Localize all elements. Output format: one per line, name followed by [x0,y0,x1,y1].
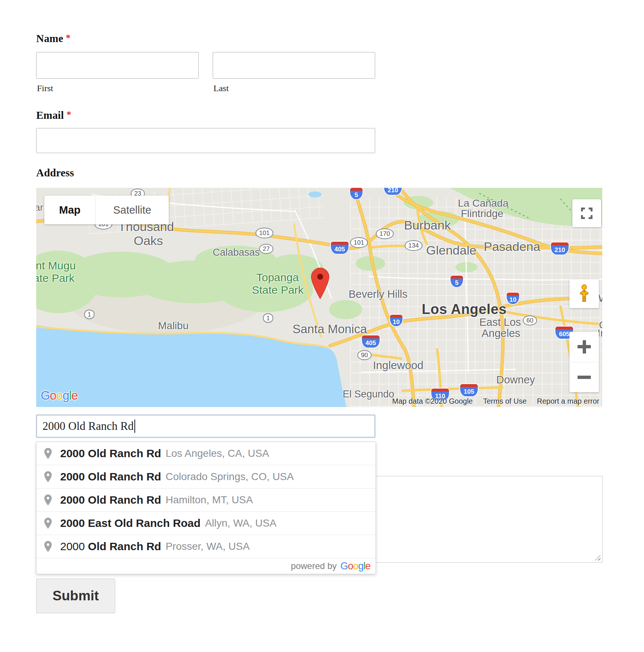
tab-satellite[interactable]: Satellite [96,196,169,224]
map-label-calabasas: Calabasas [213,248,260,258]
google-logo-small: Google [340,560,370,572]
place-pin-icon [43,471,53,483]
powered-by-google: powered by Google [37,558,376,574]
last-name-input[interactable] [213,52,375,79]
suggestion-item[interactable]: 2000 Old Ranch Rd Colorado Springs, CO, … [37,465,376,488]
report-map-error-link[interactable]: Report a map error [537,397,599,406]
zoom-control [569,332,599,392]
suggestion-item[interactable]: 2000 East Old Ranch Road Allyn, WA, USA [37,511,376,535]
suggestion-item[interactable]: 2000 Old Ranch Rd Prosser, WA, USA [37,535,376,558]
highway-shield-i105: 105 [460,384,478,396]
place-pin-icon [43,541,53,552]
highway-shield-o60: 60 [523,315,537,325]
map-label-malibu: Malibu [158,321,188,331]
map-label-east-angeles: Angeles [482,328,520,339]
last-sublabel: Last [213,83,229,93]
address-label: Address [36,167,74,179]
place-pin-icon [43,448,53,459]
map-label-beverly-hills: Beverly Hills [349,289,408,300]
place-pin-icon [43,494,53,506]
map-label-santa-monica: Santa Monica [292,323,367,335]
suggestion-item[interactable]: 2000 Old Ranch Rd Hamilton, MT, USA [37,488,376,511]
first-sublabel: First [37,83,53,93]
highway-shield-o90: 90 [357,350,371,360]
text-caret [134,420,135,433]
highway-shield-o27: 27 [259,244,273,254]
map-label-los-angeles: Los Angeles [422,302,507,316]
place-pin-icon [43,517,53,529]
fullscreen-icon [581,207,593,219]
pegman-button[interactable] [569,279,599,308]
highway-shield-o1-east: 1 [263,313,273,323]
address-input[interactable]: 2000 Old Ranch Rd [36,415,375,438]
map-label-east-los: East Los [479,317,521,328]
map-label-mugu-line2: ate Park [36,273,75,284]
resize-handle-icon[interactable] [595,555,600,560]
terms-of-use-link[interactable]: Terms of Use [483,397,527,406]
map-type-control: Map Satellite [44,196,169,224]
map-canvas[interactable]: Map Satellite [36,188,602,407]
highway-shield-i405-north: 405 [331,242,349,254]
suggestion-item[interactable]: 2000 Old Ranch Rd Los Angeles, CA, USA [37,442,376,465]
tab-map[interactable]: Map [44,196,96,224]
map-label-mugu-line1: int Mugu [36,260,76,271]
highway-shield-o1-west: 1 [84,310,95,319]
zoom-out-icon [578,376,591,379]
email-input[interactable] [36,128,375,153]
name-label: Name* [36,32,71,45]
map-data-text: Map data ©2020 Google [392,397,473,406]
map-label-topanga-line2: State Park [252,284,304,296]
comments-textarea[interactable] [374,476,603,563]
map-label-la-canada: La Cañada [458,198,508,208]
map-marker-icon [311,268,329,299]
google-logo[interactable]: Google [41,389,78,403]
highway-shield-i210-east: 210 [551,242,569,255]
map-label-flintridge: Flintridge [461,208,503,219]
map-label-topanga-line1: Topanga [256,272,299,283]
address-input-value: 2000 Old Ranch Rd [42,420,134,433]
map-label-pasadena: Pasadena [484,240,540,253]
pegman-icon [577,284,592,303]
map-label-cut-ar: ar [36,203,43,212]
required-asterisk: * [66,110,71,120]
map-label-glendale: Glendale [426,244,476,256]
highway-shield-o101-b: 101 [256,228,273,238]
fullscreen-button[interactable] [572,199,601,227]
map-attribution: Map data ©2020 Google Terms of Use Repor… [392,397,599,406]
highway-shield-o170: 170 [376,228,394,239]
map-label-oaks: Oaks [134,234,163,247]
page: Name* First Last Email* Address [0,0,644,652]
map-label-inglewood: Inglewood [373,360,424,371]
map-label-el-segundo: El Segundo [343,389,394,399]
required-asterisk: * [66,33,71,43]
zoom-out-button[interactable] [569,362,599,393]
zoom-in-button[interactable] [569,332,599,362]
email-label: Email* [36,109,71,121]
highway-shield-o134: 134 [405,240,422,251]
map-label-burbank: Burbank [404,219,451,231]
map-label-downey: Downey [496,375,535,385]
highway-shield-o101-c: 101 [350,237,368,248]
submit-button[interactable]: Submit [36,579,115,613]
autocomplete-dropdown: 2000 Old Ranch Rd Los Angeles, CA, USA 2… [36,442,376,574]
first-name-input[interactable] [36,52,199,79]
highway-shield-i405-south: 405 [362,335,380,348]
